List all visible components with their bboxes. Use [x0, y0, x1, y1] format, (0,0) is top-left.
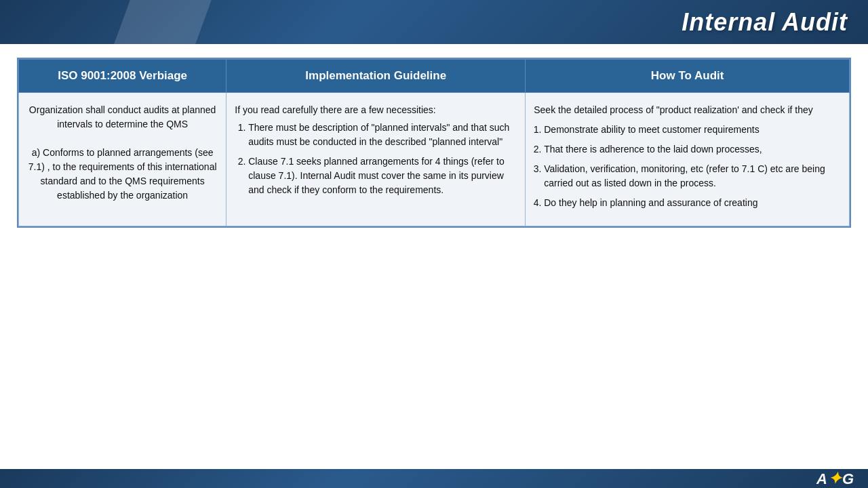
footer-logo: A✦G	[816, 469, 854, 488]
list-item: Validation, verification, monitoring, et…	[544, 162, 841, 190]
col-header-guideline: Implementation Guideline	[226, 60, 526, 93]
page-title: Internal Audit	[682, 8, 848, 37]
list-item: That there is adherence to the laid down…	[544, 142, 841, 157]
audit-intro: Seek the detailed process of "product re…	[534, 104, 813, 115]
header: Internal Audit	[0, 0, 868, 44]
verbiage-cell: Organization shall conduct audits at pla…	[19, 93, 226, 226]
list-item: There must be description of "planned in…	[248, 121, 517, 149]
main-table-container: ISO 9001:2008 Verbiage Implementation Gu…	[17, 58, 851, 228]
col-header-audit: How To Audit	[526, 60, 850, 93]
list-item: Demonstrate ability to meet customer req…	[544, 123, 841, 137]
list-item: Do they help in planning and assurance o…	[544, 196, 841, 210]
guideline-cell: If you read carefully there are a few ne…	[226, 93, 526, 226]
list-item: Clause 7.1 seeks planned arrangements fo…	[248, 155, 517, 197]
content-table: ISO 9001:2008 Verbiage Implementation Gu…	[18, 59, 850, 226]
audit-list: Demonstrate ability to meet customer req…	[544, 123, 841, 210]
footer: A✦G	[0, 469, 868, 488]
table-row: Organization shall conduct audits at pla…	[19, 93, 850, 226]
guideline-list: There must be description of "planned in…	[248, 121, 517, 197]
verbiage-text: Organization shall conduct audits at pla…	[28, 104, 217, 201]
audit-cell: Seek the detailed process of "product re…	[526, 93, 850, 226]
col-header-verbiage: ISO 9001:2008 Verbiage	[19, 60, 226, 93]
table-header-row: ISO 9001:2008 Verbiage Implementation Gu…	[19, 60, 850, 93]
guideline-intro: If you read carefully there are a few ne…	[235, 104, 435, 115]
